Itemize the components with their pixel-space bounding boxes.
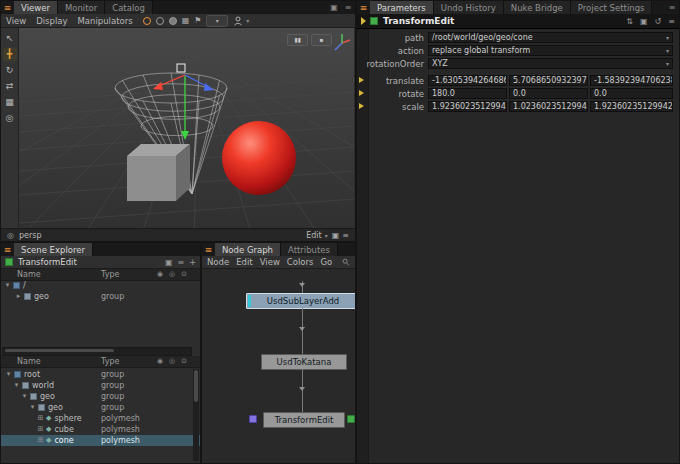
tree-row-sphere[interactable]: ⊞ ◆ sphere polymesh — [1, 413, 200, 424]
edit-flag-icon[interactable] — [347, 415, 355, 423]
node-graph-canvas[interactable]: UsdSubLayerAdd UsdToKatana TransformEdit — [202, 269, 355, 463]
pause-button[interactable]: ▮▮ — [287, 34, 308, 46]
menu-icon[interactable]: ≡ — [668, 17, 675, 26]
rotate-z-field[interactable]: 0.0 — [590, 88, 673, 99]
rotation-order-dropdown[interactable]: XYZ ▾ — [428, 58, 673, 69]
tree-row-geo-2[interactable]: ▾ geo group — [1, 402, 200, 413]
tab-nuke-bridge[interactable]: Nuke Bridge — [504, 1, 571, 14]
menu-view[interactable]: View — [6, 16, 26, 26]
column-type[interactable]: Type — [101, 356, 119, 367]
camera-user-icon[interactable] — [233, 16, 243, 26]
dropdown-caret-icon[interactable]: ▾ — [664, 47, 669, 54]
scrollbar-thumb[interactable] — [5, 349, 114, 352]
tree-row-world[interactable]: ▾ world group — [1, 380, 200, 391]
horizontal-scrollbar[interactable] — [2, 347, 192, 356]
viewport-canvas[interactable] — [19, 28, 354, 228]
layout-split-icon[interactable]: ▣ — [327, 1, 341, 14]
column-render-icon[interactable]: ⊙ — [181, 269, 187, 280]
translate-tool-button[interactable]: ╋ — [3, 48, 17, 61]
column-edited-icon[interactable]: ◎ — [169, 356, 175, 367]
node-transformedit[interactable]: TransformEdit — [263, 412, 345, 428]
scale-y-field[interactable]: 1.023602351299424 — [509, 101, 588, 112]
expander-icon[interactable]: ⊞ — [36, 413, 45, 424]
expander-icon[interactable]: ▾ — [12, 380, 21, 391]
tree-row-cone[interactable]: ⊞ ◆ cone polymesh — [1, 435, 200, 446]
flag-icon[interactable]: ⚑ — [194, 16, 201, 25]
grid-toggle-icon[interactable]: ▦ — [182, 16, 190, 25]
menu-manipulators[interactable]: Manipulators — [78, 16, 133, 26]
scale-x-field[interactable]: 1.923602351299424 — [428, 101, 507, 112]
add-icon[interactable]: + — [189, 258, 196, 267]
edit-mode-caret-icon[interactable]: ▾ — [325, 232, 328, 239]
select-tool-button[interactable]: ↖ — [3, 32, 17, 45]
search-icon[interactable] — [342, 257, 350, 267]
menu-view[interactable]: View — [260, 257, 280, 267]
menu-go[interactable]: Go — [320, 257, 332, 267]
tree-row-root[interactable]: ▾ root group — [1, 369, 200, 380]
display-mode-dropdown[interactable]: ▾ — [206, 15, 228, 27]
action-dropdown[interactable]: replace global transform ▾ — [428, 45, 673, 56]
column-name[interactable]: Name — [17, 356, 41, 367]
proxy-toggle-icon[interactable] — [156, 17, 164, 25]
view-flag-icon[interactable] — [249, 415, 257, 423]
camera-user-caret-icon[interactable]: ▾ — [246, 17, 249, 24]
column-render-icon[interactable]: ⊙ — [181, 356, 187, 367]
sphere-object[interactable] — [222, 121, 296, 195]
teleparam-icon[interactable]: ▣ — [640, 17, 648, 26]
expander-icon[interactable]: ▾ — [3, 280, 12, 291]
edit-flag-icon[interactable] — [370, 17, 378, 25]
tab-scene-explorer[interactable]: Scene Explorer — [14, 243, 93, 256]
panel-menu-icon[interactable]: ≡ — [1, 243, 14, 256]
viewport-layout-icon[interactable]: ▣ — [332, 231, 340, 240]
translate-z-field[interactable]: -1.583923947062386 — [590, 75, 673, 86]
panel-menu-icon[interactable]: ≡ — [1, 1, 14, 14]
menu-node[interactable]: Node — [207, 257, 229, 267]
tab-catalog[interactable]: Catalog — [105, 1, 153, 14]
node-usdtokatana[interactable]: UsdToKatana — [261, 354, 347, 370]
layers-icon[interactable]: ≡ — [178, 258, 185, 267]
panel-menu-icon[interactable]: ≡ — [202, 243, 215, 256]
rotate-y-field[interactable]: 0.0 — [509, 88, 588, 99]
expander-icon[interactable]: ⊞ — [36, 435, 45, 446]
viewport[interactable]: ▮▮ ■ — [19, 28, 354, 228]
tab-attributes[interactable]: Attributes — [281, 243, 338, 256]
scale-tool-button[interactable]: ⇄ — [3, 80, 17, 93]
edit-mode-label[interactable]: Edit — [306, 231, 322, 240]
column-viewed-icon[interactable]: ◉ — [157, 269, 163, 280]
tab-parameters[interactable]: Parameters — [370, 1, 434, 14]
tab-monitor[interactable]: Monitor — [58, 1, 105, 14]
reset-icon[interactable]: ↺ — [655, 17, 662, 26]
expand-collapse-icon[interactable]: ⇅ — [626, 17, 633, 26]
scrollbar-thumb[interactable] — [194, 370, 198, 402]
edit-node-row[interactable]: TransformEdit ▣ ≡ + — [1, 256, 200, 269]
expander-icon[interactable]: ⊞ — [36, 424, 45, 435]
node-usdsublayeradd[interactable]: UsdSubLayerAdd — [246, 293, 355, 309]
viewport-more-icon[interactable]: ≡ — [342, 231, 349, 240]
expander-icon[interactable]: ▾ — [28, 402, 37, 413]
translate-y-field[interactable]: 5.706865093239767 — [509, 75, 588, 86]
stop-button[interactable]: ■ — [311, 34, 332, 46]
tree-row-cube[interactable]: ⊞ ◆ cube polymesh — [1, 424, 200, 435]
expander-icon[interactable]: ▾ — [4, 369, 13, 380]
expander-icon[interactable]: ▾ — [20, 391, 29, 402]
live-update-icon[interactable] — [143, 17, 151, 25]
tab-undo-history[interactable]: Undo History — [434, 1, 504, 14]
rotate-x-field[interactable]: 180.0 — [428, 88, 507, 99]
menu-edit[interactable]: Edit — [236, 257, 252, 267]
expander-icon[interactable]: ▸ — [14, 291, 23, 302]
menu-colors[interactable]: Colors — [287, 257, 314, 267]
snap-tool-button[interactable]: ▦ — [3, 96, 17, 109]
tree-row-root-slash[interactable]: ▾ / — [1, 280, 200, 291]
column-type[interactable]: Type — [101, 269, 119, 280]
rotate-tool-button[interactable]: ↻ — [3, 64, 17, 77]
axis-gizmo[interactable] — [332, 31, 352, 53]
camera-name[interactable]: persp — [19, 231, 42, 240]
column-name[interactable]: Name — [17, 269, 41, 280]
cube-object[interactable] — [127, 144, 190, 201]
panel-options-icon[interactable]: ≡ — [665, 1, 679, 14]
panel-options-icon[interactable]: ≡ — [341, 1, 355, 14]
tree-row-geo[interactable]: ▸ geo group — [1, 291, 200, 302]
translate-x-field[interactable]: -1.630539426468677 — [428, 75, 507, 86]
goto-node-icon[interactable] — [361, 17, 366, 25]
scale-z-field[interactable]: 1.923602351299424 — [590, 101, 673, 112]
